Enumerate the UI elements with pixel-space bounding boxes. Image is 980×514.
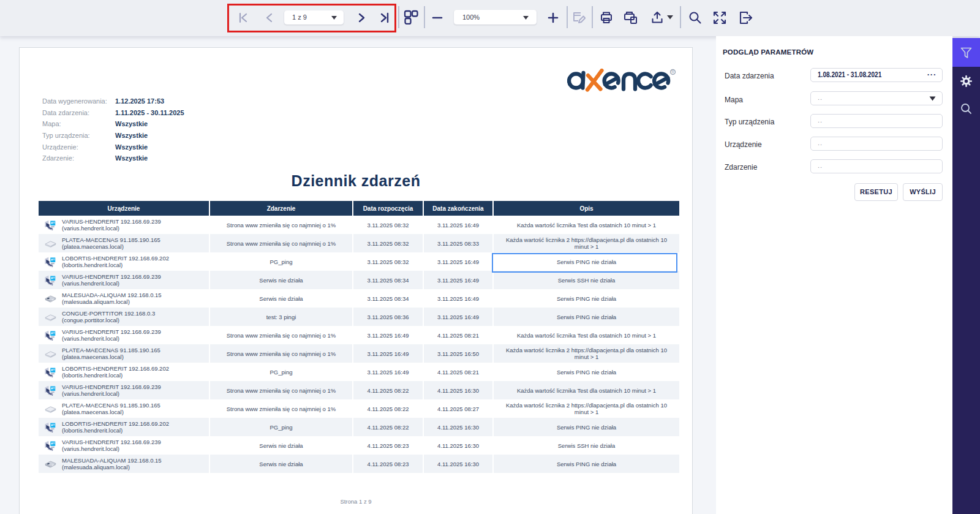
svg-text:R: R bbox=[671, 70, 674, 74]
